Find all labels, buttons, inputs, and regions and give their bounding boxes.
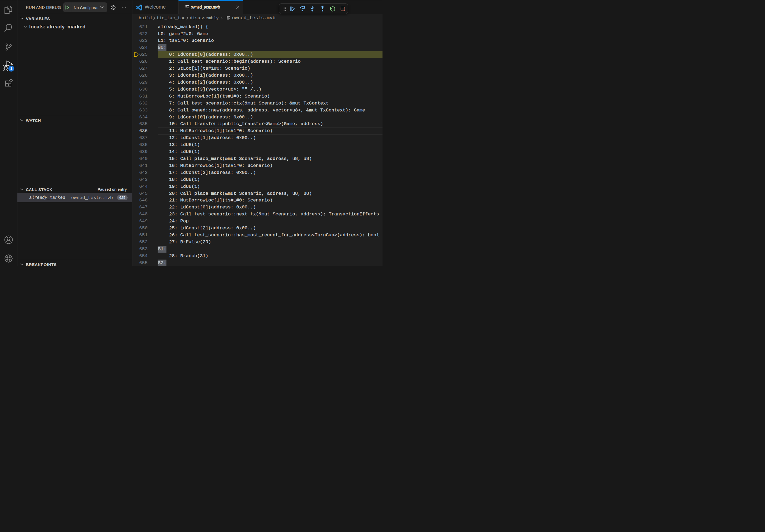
svg-text:1: 1 (10, 66, 12, 71)
